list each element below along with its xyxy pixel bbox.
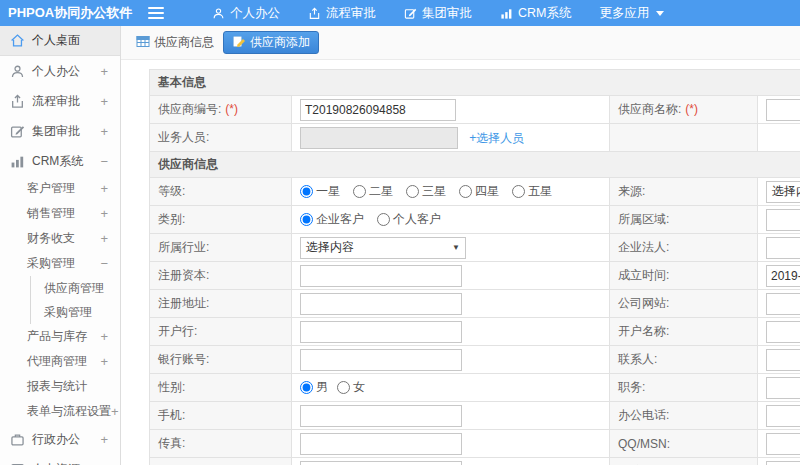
nav-personal-office[interactable]: 个人办公	[212, 5, 280, 22]
expand-toggle[interactable]: +	[100, 94, 108, 109]
account-name-input[interactable]	[766, 321, 800, 343]
level-option-1[interactable]: 一星	[300, 183, 340, 200]
level-option-3[interactable]: 三星	[406, 183, 446, 200]
established-date-input[interactable]	[766, 265, 800, 287]
label-legal-person: 企业法人:	[610, 234, 758, 262]
fax-input[interactable]	[300, 433, 462, 455]
mobile-input[interactable]	[300, 405, 462, 427]
gender-option-female[interactable]: 女	[337, 379, 365, 396]
expand-toggle[interactable]: +	[100, 206, 108, 221]
label-industry: 所属行业:	[150, 234, 292, 262]
nav-group-approval[interactable]: 集团审批	[404, 5, 472, 22]
label-gender: 性别:	[150, 374, 292, 402]
expand-toggle[interactable]: +	[100, 181, 108, 196]
expand-toggle[interactable]: +	[100, 124, 108, 139]
collapse-toggle[interactable]: −	[100, 256, 108, 271]
region-input[interactable]	[766, 209, 800, 231]
sidebar-item-supplier-mgmt[interactable]: 供应商管理	[30, 276, 120, 300]
bank-account-input[interactable]	[300, 349, 462, 371]
chart-icon	[10, 154, 25, 169]
sidebar-item-purchase-mgmt[interactable]: 采购管理 −	[0, 251, 120, 276]
radio-icon[interactable]	[300, 213, 313, 226]
radio-icon[interactable]	[337, 381, 350, 394]
sidebar-item-form-flow-settings[interactable]: 表单与流程设置 +	[0, 399, 120, 424]
business-staff-input[interactable]	[300, 127, 458, 149]
industry-select[interactable]: 选择内容▼	[300, 237, 466, 259]
flow-approve-icon	[10, 94, 25, 109]
nav-crm-system[interactable]: CRM系统	[500, 5, 571, 22]
level-option-4[interactable]: 四星	[459, 183, 499, 200]
sidebar-item-customer-mgmt[interactable]: 客户管理 +	[0, 176, 120, 201]
empty-label-cell	[610, 124, 758, 152]
label-qq-msn: QQ/MSN:	[610, 430, 758, 458]
tab-supplier-info[interactable]: 供应商信息	[136, 34, 214, 51]
company-website-input[interactable]	[766, 293, 800, 315]
sidebar-item-crm-system[interactable]: CRM系统 −	[0, 146, 120, 176]
expand-toggle[interactable]: +	[100, 354, 108, 369]
radio-icon[interactable]	[377, 213, 390, 226]
office-phone-input[interactable]	[766, 405, 800, 427]
sidebar-item-admin-office[interactable]: 行政办公 +	[0, 424, 120, 454]
sidebar-item-product-stock[interactable]: 产品与库存 +	[0, 324, 120, 349]
label-level: 等级:	[150, 178, 292, 206]
tab-supplier-add[interactable]: 供应商添加	[223, 31, 319, 54]
registered-address-input[interactable]	[300, 293, 462, 315]
label-account-name: 开户名称:	[610, 318, 758, 346]
legal-person-input[interactable]	[766, 237, 800, 259]
label-postcode: 邮编:	[610, 458, 758, 465]
person-icon	[10, 64, 25, 79]
level-option-2[interactable]: 二星	[353, 183, 393, 200]
sidebar-item-hr[interactable]: 人力资源 +	[0, 454, 120, 465]
radio-icon[interactable]	[300, 185, 313, 198]
select-staff-link[interactable]: +选择人员	[469, 131, 524, 145]
label-bank: 开户行:	[150, 318, 292, 346]
radio-icon[interactable]	[353, 185, 366, 198]
email-input[interactable]	[300, 461, 462, 465]
source-select[interactable]: 选择内容▼	[766, 181, 800, 203]
sidebar-item-personal-desktop[interactable]: 个人桌面	[0, 26, 120, 56]
radio-icon[interactable]	[512, 185, 525, 198]
sidebar-item-purchase-sub[interactable]: 采购管理	[30, 300, 120, 324]
expand-toggle[interactable]: +	[100, 462, 108, 465]
sidebar-item-personal-office[interactable]: 个人办公 +	[0, 56, 120, 86]
radio-icon[interactable]	[406, 185, 419, 198]
expand-toggle[interactable]: +	[100, 64, 108, 79]
registered-capital-input[interactable]	[300, 265, 462, 287]
sidebar-item-group-approval[interactable]: 集团审批 +	[0, 116, 120, 146]
radio-icon[interactable]	[459, 185, 472, 198]
supplier-name-input[interactable]	[766, 99, 800, 121]
section-title-supplier-info: 供应商信息	[150, 152, 800, 178]
expand-toggle[interactable]: +	[100, 329, 108, 344]
position-input[interactable]	[766, 377, 800, 399]
sidebar-item-flow-approval[interactable]: 流程审批 +	[0, 86, 120, 116]
category-option-personal[interactable]: 个人客户	[377, 211, 441, 228]
qq-msn-input[interactable]	[766, 433, 800, 455]
nav-more-apps[interactable]: 更多应用	[599, 5, 664, 22]
level-option-5[interactable]: 五星	[512, 183, 552, 200]
nav-flow-approval[interactable]: 流程审批	[308, 5, 376, 22]
category-option-company[interactable]: 企业客户	[300, 211, 364, 228]
sidebar-item-reports[interactable]: 报表与统计	[0, 374, 120, 399]
label-registered-address: 注册地址:	[150, 290, 292, 318]
bank-input[interactable]	[300, 321, 462, 343]
label-office-phone: 办公电话:	[610, 402, 758, 430]
radio-icon[interactable]	[300, 381, 313, 394]
flow-approve-icon	[308, 7, 321, 20]
label-fax: 传真:	[150, 430, 292, 458]
supplier-no-input[interactable]	[300, 99, 456, 121]
label-established-date: 成立时间:	[610, 262, 758, 290]
sidebar-item-agent-mgmt[interactable]: 代理商管理 +	[0, 349, 120, 374]
expand-toggle[interactable]: +	[100, 231, 108, 246]
group-approve-icon	[404, 7, 417, 20]
top-header: PHPOA协同办公软件 个人办公 流程审批 集团审批 CRM系统 更多应用	[0, 0, 800, 26]
postcode-input[interactable]	[766, 461, 800, 465]
sidebar-item-sales-mgmt[interactable]: 销售管理 +	[0, 201, 120, 226]
contact-person-input[interactable]	[766, 349, 800, 371]
label-category: 类别:	[150, 206, 292, 234]
collapse-toggle[interactable]: −	[100, 154, 108, 169]
hamburger-menu-icon[interactable]	[148, 7, 164, 19]
sidebar-item-finance[interactable]: 财务收支 +	[0, 226, 120, 251]
expand-toggle[interactable]: +	[100, 432, 108, 447]
gender-option-male[interactable]: 男	[300, 379, 328, 396]
expand-toggle[interactable]: +	[111, 404, 119, 419]
